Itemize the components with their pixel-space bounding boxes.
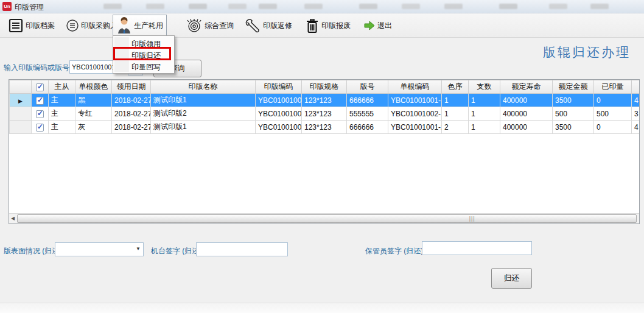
row-checkbox[interactable]: ✓ <box>36 110 44 118</box>
row-indicator <box>10 121 32 134</box>
plate-code-label: 输入印版编码或版号: <box>4 63 71 73</box>
cell-r3c6: 123*123 <box>302 121 347 134</box>
circle-list-icon <box>66 19 79 32</box>
cell-r2c2: 专红 <box>75 107 112 121</box>
cell-r2c5: YBC01001002 <box>256 107 302 121</box>
window-bottom-edge <box>0 303 644 313</box>
cell-r3c2: 灰 <box>75 121 112 134</box>
cell-r1c13: 0 <box>594 94 632 107</box>
toolbar-button-4[interactable]: 综合查询 <box>183 15 237 37</box>
scrollbar-grip-icon: ||| <box>469 216 475 222</box>
column-header-9[interactable]: 色序 <box>442 80 469 94</box>
app-icon: Un <box>2 2 12 11</box>
cell-r2c8: YBC01001002-1 <box>388 107 442 121</box>
select-all-header: ✓ <box>32 80 49 94</box>
cell-r3c14: 4 <box>632 121 640 134</box>
column-header-7[interactable]: 版号 <box>347 80 388 94</box>
cell-r1c5: YBC01001001 <box>256 94 302 107</box>
surface-condition-select[interactable]: ▼ <box>55 242 144 256</box>
cell-r3c3: 2018-02-27 <box>112 121 151 134</box>
column-header-4[interactable]: 印版名称 <box>151 80 256 94</box>
toolbar-button-5[interactable]: 印版返修 <box>242 15 295 37</box>
toolbar-button-7[interactable]: 退出 <box>360 15 395 37</box>
column-header-2[interactable]: 单根颜色 <box>75 80 112 94</box>
column-header-1[interactable]: 主从 <box>49 80 75 94</box>
keeper-signature-input[interactable] <box>422 241 532 255</box>
horizontal-scrollbar[interactable]: ◀ ||| <box>9 213 639 223</box>
cell-r3c11: 400000 <box>500 121 553 134</box>
cell-r3c7: 666666 <box>347 121 388 134</box>
current-row-indicator: ▶ <box>10 94 32 107</box>
cell-r2c12: 500 <box>553 107 594 121</box>
title-bar: Un 印版管理 <box>0 0 644 13</box>
column-header-3[interactable]: 领用日期 <box>112 80 151 94</box>
cell-r1c9: 1 <box>442 94 469 107</box>
person-icon <box>116 16 132 35</box>
toolbar-button-label: 退出 <box>377 21 392 31</box>
cell-r2c1: 主 <box>49 107 75 121</box>
menu-item-3[interactable]: 印量回写 <box>113 60 174 72</box>
check-icon: ✓ <box>37 96 43 104</box>
toolbar-button-label: 印版报废 <box>321 21 351 31</box>
column-header-10[interactable]: 支数 <box>469 80 500 94</box>
cell-r1c8: YBC01001001-1 <box>388 94 442 107</box>
scroll-left-arrow[interactable]: ◀ <box>9 214 16 223</box>
row-checkbox[interactable]: ✓ <box>36 124 44 132</box>
row-checkbox[interactable]: ✓ <box>36 97 44 105</box>
cell-r1c12: 3500 <box>553 94 594 107</box>
cell-r2c13: 500 <box>594 107 632 121</box>
return-button[interactable]: 归还 <box>491 268 532 289</box>
annotation-red-box <box>113 47 171 60</box>
column-header-5[interactable]: 印版编码 <box>256 80 302 94</box>
row-checkbox-cell: ✓ <box>32 121 49 134</box>
cell-r1c7: 666666 <box>347 94 388 107</box>
cell-r1c4: 测试印版1 <box>151 94 256 107</box>
select-all-checkbox[interactable]: ✓ <box>36 83 44 91</box>
toolbar-button-label: 印版返修 <box>263 21 292 31</box>
window-title: 印版管理 <box>15 2 44 13</box>
column-header-8[interactable]: 单根编码 <box>388 80 442 94</box>
toolbar-button-3[interactable]: 生产耗用 <box>113 15 167 37</box>
column-header-11[interactable]: 额定寿命 <box>500 80 553 94</box>
cell-r2c7: 555555 <box>347 107 388 121</box>
toolbar-button-6[interactable]: 印版报废 <box>302 15 354 37</box>
cell-r1c6: 123*123 <box>302 94 347 107</box>
cell-r2c9: 1 <box>442 107 469 121</box>
check-icon: ✓ <box>37 82 43 91</box>
cell-r2c14: 3 <box>632 107 640 121</box>
cell-r3c12: 3500 <box>553 121 594 134</box>
cell-r3c5: YBC01001001 <box>256 121 302 134</box>
plate-data-grid: ✓主从单根颜色领用日期印版名称印版编码印版规格版号单根编码色序支数额定寿命额定金… <box>9 79 640 224</box>
row-indicator-header <box>10 80 32 94</box>
green-arrow-icon <box>363 20 376 31</box>
cell-r3c4: 测试印版1 <box>151 121 256 134</box>
cell-r1c1: 主 <box>49 94 75 107</box>
background-window-ghosts <box>103 4 122 9</box>
column-header-12[interactable]: 额定金额 <box>553 80 594 94</box>
row-checkbox-cell: ✓ <box>32 107 49 121</box>
toolbar-button-1[interactable]: 印版档案 <box>5 15 58 37</box>
machine-signature-input[interactable] <box>196 242 288 256</box>
cell-r1c14: 4 <box>632 94 640 107</box>
column-header-13[interactable]: 已印量 <box>594 80 632 94</box>
trash-icon <box>305 17 320 34</box>
toolbar-button-label: 印版档案 <box>26 21 55 31</box>
eye-icon <box>186 18 203 33</box>
cell-r3c13: 0 <box>594 121 632 134</box>
cell-r1c11: 400000 <box>500 94 553 107</box>
cell-r3c8: YBC01001001-2 <box>388 121 442 134</box>
table-row[interactable]: ✓主专红2018-02-27测试印版2YBC01001002123*123555… <box>10 107 640 121</box>
cell-r1c2: 黑 <box>75 94 112 107</box>
column-header-6[interactable]: 印版规格 <box>302 80 347 94</box>
table-row[interactable]: ✓主灰2018-02-27测试印版1YBC01001001123*1236666… <box>10 121 640 134</box>
table-row[interactable]: ▶✓主黑2018-02-27测试印版1YBC01001001123*123666… <box>10 94 640 107</box>
grid-table: ✓主从单根颜色领用日期印版名称印版编码印版规格版号单根编码色序支数额定寿命额定金… <box>9 80 640 134</box>
toolbar-button-label: 综合查询 <box>205 21 234 31</box>
current-row-arrow-icon: ▶ <box>18 98 23 104</box>
scrollbar-thumb[interactable]: ||| <box>17 214 637 223</box>
wrench-icon <box>245 18 261 33</box>
list-box-icon <box>8 18 24 33</box>
cell-r2c6: 123*123 <box>302 107 347 121</box>
toolbar: 印版档案印版采购入库生产耗用综合查询印版返修印版报废退出 <box>0 13 644 38</box>
cell-r3c9: 2 <box>442 121 469 134</box>
